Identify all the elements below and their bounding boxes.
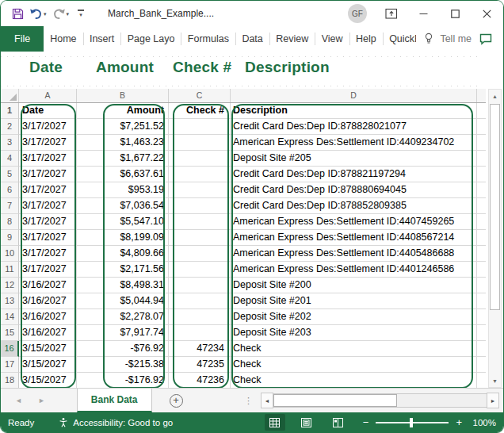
cell-description[interactable]: Check	[231, 357, 477, 373]
page-layout-view-button[interactable]	[296, 414, 317, 431]
row-number[interactable]: 17	[1, 357, 19, 373]
row-number[interactable]: 14	[1, 309, 19, 325]
row-number[interactable]: 3	[1, 135, 19, 151]
avatar[interactable]: GF	[348, 4, 367, 23]
cell-check-number[interactable]: 47234	[169, 341, 231, 357]
cell-description[interactable]: Credit Card Des:Dep ID:878880694045	[231, 182, 477, 198]
sheet-prev-icon[interactable]: ◄	[15, 397, 22, 404]
cell-description[interactable]: American Express Des:Settlement ID:44085…	[231, 230, 477, 246]
cell-amount[interactable]: -$176.92	[77, 373, 169, 389]
column-header-b[interactable]: B	[77, 89, 169, 102]
tab-review[interactable]: Review	[269, 26, 315, 52]
cell-description[interactable]: Deposit Site #200	[231, 278, 477, 293]
cell-check-number[interactable]	[169, 230, 231, 246]
zoom-in-button[interactable]: +	[456, 417, 462, 427]
cell-check-number[interactable]	[169, 135, 231, 151]
cell-date[interactable]: 3/17/2027	[19, 230, 77, 246]
maximize-button[interactable]	[448, 6, 462, 21]
minimize-button[interactable]	[416, 6, 430, 21]
cell-check-number[interactable]	[169, 182, 231, 198]
cell-description[interactable]: Check	[231, 373, 477, 389]
cell-check-number[interactable]: 47235	[169, 357, 231, 373]
cell-date[interactable]: 3/17/2027	[19, 167, 77, 182]
cell-check-number[interactable]	[169, 278, 231, 293]
cell-description[interactable]: Check	[231, 341, 477, 357]
cell-amount[interactable]: $8,498.31	[77, 278, 169, 293]
cell-description[interactable]: Deposit Site #201	[231, 293, 477, 309]
cell-date[interactable]: 3/15/2027	[19, 357, 77, 373]
cell-check-number[interactable]	[169, 325, 231, 341]
row-number[interactable]: 1	[1, 103, 19, 119]
undo-dropdown-chevron[interactable]: ▾	[44, 11, 47, 17]
row-number[interactable]: 5	[1, 167, 19, 182]
cell-amount[interactable]: $4,809.66	[77, 246, 169, 262]
cell-description[interactable]: Credit Card Des:Dep ID:878852809385	[231, 198, 477, 214]
redo-button[interactable]: ▾	[52, 8, 70, 20]
tab-file[interactable]: File	[1, 26, 44, 52]
zoom-level[interactable]: 100%	[469, 418, 496, 427]
zoom-out-button[interactable]: −	[363, 417, 369, 427]
horizontal-scroll-thumb[interactable]	[273, 394, 397, 407]
cell-amount[interactable]: $8,199.09	[77, 230, 169, 246]
comments-button[interactable]	[479, 26, 503, 52]
row-number[interactable]: 4	[1, 151, 19, 167]
scroll-up-icon[interactable]: ▲	[489, 90, 501, 102]
cell-amount[interactable]: $5,547.10	[77, 214, 169, 230]
cell-amount[interactable]: $7,036.54	[77, 198, 169, 214]
row-number[interactable]: 15	[1, 325, 19, 341]
cell-amount[interactable]: $953.19	[77, 182, 169, 198]
cell-check-number[interactable]	[169, 262, 231, 278]
row-number[interactable]: 16	[1, 341, 19, 357]
redo-dropdown-chevron[interactable]: ▾	[67, 11, 70, 17]
new-sheet-button[interactable]: +	[170, 394, 183, 408]
cell-amount[interactable]: -$76.92	[77, 341, 169, 357]
cell-amount[interactable]: $2,171.56	[77, 262, 169, 278]
zoom-slider-thumb[interactable]	[410, 418, 413, 427]
row-number[interactable]: 9	[1, 230, 19, 246]
scroll-down-icon[interactable]: ▼	[489, 374, 501, 387]
cell-check-number[interactable]	[169, 167, 231, 182]
ribbon-display-options-button[interactable]	[384, 6, 399, 21]
cell-amount[interactable]: $1,677.22	[77, 151, 169, 167]
sheet-next-icon[interactable]: ►	[38, 397, 45, 404]
accessibility-status[interactable]: Accessibility: Good to go	[58, 417, 173, 428]
undo-button[interactable]: ▾	[29, 8, 47, 20]
cell-date[interactable]: 3/16/2027	[19, 325, 77, 341]
cell-description[interactable]: Credit Card Des:Dep ID:878821197294	[231, 167, 477, 182]
cell-description[interactable]: Deposit Site #205	[231, 151, 477, 167]
tab-data[interactable]: Data	[235, 26, 269, 52]
cell-description[interactable]: Credit Card Des:Dep ID:878828021077	[231, 119, 477, 135]
page-break-preview-button[interactable]	[328, 414, 349, 431]
cell-date[interactable]: 3/17/2027	[19, 246, 77, 262]
cell-check-number[interactable]	[169, 119, 231, 135]
row-number[interactable]: 13	[1, 293, 19, 309]
cell-amount[interactable]: -$215.38	[77, 357, 169, 373]
normal-view-button[interactable]	[265, 414, 285, 431]
cell-description[interactable]: American Express Des:Settlement ID:44074…	[231, 214, 477, 230]
cell-date[interactable]: 3/15/2027	[19, 341, 77, 357]
cell-check-number[interactable]	[169, 293, 231, 309]
cell-date[interactable]: 3/16/2027	[19, 309, 77, 325]
cell-check-number[interactable]	[169, 309, 231, 325]
cell-date[interactable]: 3/17/2027	[19, 262, 77, 278]
horizontal-scroll-track[interactable]	[273, 393, 487, 408]
vertical-scroll-track[interactable]	[489, 102, 501, 374]
vertical-scrollbar[interactable]: ▲ ▼	[488, 89, 502, 388]
cell-amount[interactable]: $7,251.52	[77, 119, 169, 135]
cell-check-number[interactable]	[169, 198, 231, 214]
tab-home[interactable]: Home	[44, 26, 82, 52]
row-number[interactable]: 8	[1, 214, 19, 230]
cell-amount[interactable]: $1,463.23	[77, 135, 169, 151]
vertical-scroll-thumb[interactable]	[490, 104, 500, 310]
cell-date[interactable]: 3/15/2027	[19, 373, 77, 389]
tab-page-layout[interactable]: Page Layo	[121, 26, 181, 52]
cell-check-number[interactable]	[169, 214, 231, 230]
cell-date[interactable]: 3/17/2027	[19, 151, 77, 167]
cell-date[interactable]: 3/17/2027	[19, 198, 77, 214]
row-number[interactable]: 10	[1, 246, 19, 262]
cell-check-number[interactable]	[169, 151, 231, 167]
column-header-c[interactable]: C	[169, 89, 231, 102]
tab-view[interactable]: View	[315, 26, 349, 52]
cell-check-number[interactable]	[169, 246, 231, 262]
customize-quick-access-button[interactable]: ▾	[78, 10, 84, 17]
